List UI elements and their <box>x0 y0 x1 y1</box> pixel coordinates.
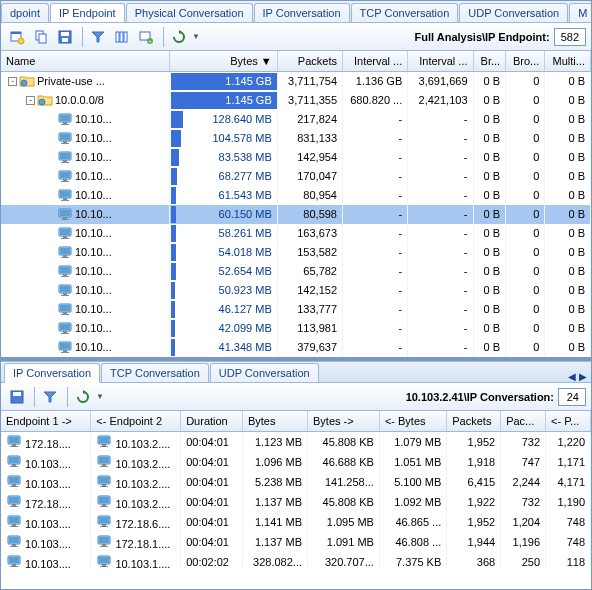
cell-packets: 1,944 <box>447 532 501 552</box>
lower-col-header[interactable]: Endpoint 1 -> <box>1 411 91 432</box>
node-name: 10.10... <box>75 151 112 163</box>
cell-bytes: 1.137 MB <box>242 492 307 512</box>
lower-col-header[interactable]: Bytes -> <box>308 411 380 432</box>
top-tab-6[interactable]: M <box>569 3 591 22</box>
conversation-row[interactable]: 10.103.... 10.103.1....00:02:02328.082..… <box>1 552 591 569</box>
top-tab-0[interactable]: dpoint <box>1 3 49 22</box>
upper-col-header[interactable]: Interval ... <box>343 51 408 72</box>
endpoint-row[interactable]: 10.10...83.538 MB142,954--0 B00 B <box>1 148 591 167</box>
node-name: 10.10... <box>75 208 112 220</box>
conversation-row[interactable]: 10.103.... 172.18.6....00:04:011.141 MB1… <box>1 512 591 532</box>
cell-bro: 0 <box>506 186 545 205</box>
top-tab-5[interactable]: UDP Conversation <box>459 3 568 22</box>
cell-multi: 0 B <box>545 338 591 357</box>
new-window-button[interactable] <box>6 26 28 48</box>
upper-col-header[interactable]: Multi... <box>545 51 591 72</box>
refresh-dropdown[interactable]: ▼ <box>192 32 200 41</box>
lower-refresh-button[interactable] <box>72 386 94 408</box>
svg-rect-39 <box>61 219 69 220</box>
svg-rect-27 <box>61 162 69 163</box>
endpoint-row[interactable]: 10.10...52.654 MB65,782--0 B00 B <box>1 262 591 281</box>
refresh-button[interactable] <box>168 26 190 48</box>
conversation-row[interactable]: 10.103.... 10.103.2....00:04:011.096 MB4… <box>1 452 591 472</box>
lower-col-header[interactable]: Duration <box>181 411 243 432</box>
upper-table-container[interactable]: NameBytes ▼PacketsInterval ...Interval .… <box>1 51 591 357</box>
endpoint-row[interactable]: 10.10...41.348 MB379,637--0 B00 B <box>1 338 591 357</box>
save-button[interactable] <box>54 26 76 48</box>
cell-packets: 3,711,355 <box>277 91 342 110</box>
cell-int2: - <box>408 110 473 129</box>
endpoint-row[interactable]: 10.10...54.018 MB153,582--0 B00 B <box>1 243 591 262</box>
settings-button[interactable]: + <box>135 26 157 48</box>
lower-save-button[interactable] <box>6 386 28 408</box>
svg-rect-73 <box>10 446 18 447</box>
cell-packets: 163,673 <box>277 224 342 243</box>
cell-bro: 0 <box>506 300 545 319</box>
endpoint-row[interactable]: 10.10...46.127 MB133,777--0 B00 B <box>1 300 591 319</box>
svg-rect-124 <box>102 564 106 566</box>
cell-br: 0 B <box>473 205 506 224</box>
endpoint-table: NameBytes ▼PacketsInterval ...Interval .… <box>1 51 591 357</box>
sub-tab-2[interactable]: UDP Conversation <box>210 363 319 382</box>
tree-expander[interactable]: - <box>26 96 35 105</box>
lower-filter-button[interactable] <box>39 386 61 408</box>
cell-endpoint2: 10.103.1.... <box>91 552 181 569</box>
svg-rect-113 <box>10 546 18 547</box>
lower-col-header[interactable]: Bytes <box>242 411 307 432</box>
top-tab-2[interactable]: Physical Conversation <box>126 3 253 22</box>
tab-nav-arrows[interactable]: ◀ ▶ <box>568 371 591 382</box>
cell-bytes-in: 1.092 MB <box>379 492 446 512</box>
cell-packets: 113,981 <box>277 319 342 338</box>
lower-table-container[interactable]: Endpoint 1 -><- Endpoint 2DurationBytesB… <box>1 411 591 569</box>
lower-col-header[interactable]: Pac... <box>501 411 546 432</box>
top-tab-3[interactable]: IP Conversation <box>254 3 350 22</box>
tree-expander[interactable]: - <box>8 77 17 86</box>
top-tab-4[interactable]: TCP Conversation <box>351 3 459 22</box>
conversation-row[interactable]: 10.103.... 172.18.1....00:04:011.137 MB1… <box>1 532 591 552</box>
cell-duration: 00:04:01 <box>181 512 243 532</box>
conversation-row[interactable]: 172.18.... 10.103.2....00:04:011.123 MB4… <box>1 432 591 453</box>
cell-duration: 00:04:01 <box>181 472 243 492</box>
lower-col-header[interactable]: Packets <box>447 411 501 432</box>
lower-col-header[interactable]: <- Bytes <box>379 411 446 432</box>
endpoint-row[interactable]: 10.10...60.150 MB80,598--0 B00 B <box>1 205 591 224</box>
lower-col-header[interactable]: <- Endpoint 2 <box>91 411 181 432</box>
bytes-value: 50.923 MB <box>219 284 272 296</box>
columns-button[interactable] <box>111 26 133 48</box>
upper-col-header[interactable]: Name <box>1 51 170 72</box>
conversation-row[interactable]: 172.18.... 10.103.2....00:04:011.137 MB4… <box>1 492 591 512</box>
svg-rect-26 <box>63 160 67 162</box>
top-tab-1[interactable]: IP Endpoint <box>50 3 125 23</box>
cell-br: 0 B <box>473 262 506 281</box>
lower-refresh-dropdown[interactable]: ▼ <box>96 392 104 401</box>
cell-int2: - <box>408 148 473 167</box>
upper-col-header[interactable]: Bytes ▼ <box>170 51 278 72</box>
upper-col-header[interactable]: Br... <box>473 51 506 72</box>
sub-tab-1[interactable]: TCP Conversation <box>101 363 209 382</box>
filter-button[interactable] <box>87 26 109 48</box>
cell-duration: 00:02:02 <box>181 552 243 569</box>
cell-bro: 0 <box>506 205 545 224</box>
conversation-row[interactable]: 10.103.... 10.103.2....00:04:015.238 MB1… <box>1 472 591 492</box>
copy-button[interactable] <box>30 26 52 48</box>
cell-int2: - <box>408 262 473 281</box>
endpoint-row[interactable]: -Private-use ...1.145 GB3,711,7541.136 G… <box>1 72 591 91</box>
endpoint-row[interactable]: 10.10...128.640 MB217,824--0 B00 B <box>1 110 591 129</box>
upper-col-header[interactable]: Bro... <box>506 51 545 72</box>
upper-col-header[interactable]: Interval ... <box>408 51 473 72</box>
cell-bytes-out: 45.808 KB <box>308 492 380 512</box>
endpoint-row[interactable]: 10.10...61.543 MB80,954--0 B00 B <box>1 186 591 205</box>
endpoint-row[interactable]: 10.10...42.099 MB113,981--0 B00 B <box>1 319 591 338</box>
svg-rect-43 <box>61 238 69 239</box>
lower-col-header[interactable]: <- P... <box>546 411 591 432</box>
endpoint-row[interactable]: 10.10...104.578 MB831,133--0 B00 B <box>1 129 591 148</box>
sub-tab-0[interactable]: IP Conversation <box>4 363 100 383</box>
upper-col-header[interactable]: Packets <box>277 51 342 72</box>
endpoint-row[interactable]: 10.10...58.261 MB163,673--0 B00 B <box>1 224 591 243</box>
svg-rect-112 <box>12 544 16 546</box>
endpoint-row[interactable]: 10.10...50.923 MB142,152--0 B00 B <box>1 281 591 300</box>
endpoint-row[interactable]: -10.0.0.0/81.145 GB3,711,355680.820 ...2… <box>1 91 591 110</box>
cell-packets-out: 250 <box>501 552 546 569</box>
cell-multi: 0 B <box>545 186 591 205</box>
endpoint-row[interactable]: 10.10...68.277 MB170,047--0 B00 B <box>1 167 591 186</box>
